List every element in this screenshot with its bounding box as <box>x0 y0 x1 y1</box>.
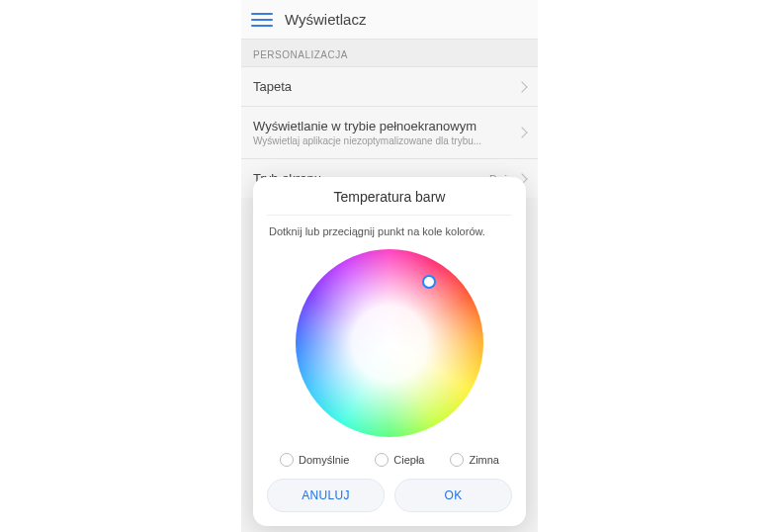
ok-button[interactable]: OK <box>394 479 512 512</box>
radio-label: Zimna <box>469 454 499 466</box>
dialog-instruction: Dotknij lub przeciągnij punkt na kole ko… <box>267 216 512 245</box>
radio-label: Ciepła <box>393 454 424 466</box>
color-wheel-container <box>267 245 512 447</box>
dialog-title: Temperatura barw <box>267 189 512 216</box>
radio-label: Domyślnie <box>299 454 349 466</box>
preset-radio-group: Domyślnie Ciepła Zimna <box>267 447 512 479</box>
radio-default[interactable]: Domyślnie <box>280 453 349 467</box>
radio-icon <box>450 453 464 467</box>
phone-frame: Wyświetlacz PERSONALIZACJA Tapeta Wyświe… <box>241 0 538 532</box>
radio-icon <box>280 453 294 467</box>
dialog-button-row: ANULUJ OK <box>267 479 512 512</box>
color-wheel-handle[interactable] <box>422 275 436 289</box>
radio-cold[interactable]: Zimna <box>450 453 499 467</box>
cancel-button[interactable]: ANULUJ <box>267 479 385 512</box>
radio-warm[interactable]: Ciepła <box>375 453 424 467</box>
radio-icon <box>375 453 389 467</box>
color-wheel[interactable] <box>296 249 483 437</box>
dialog-overlay: Temperatura barw Dotknij lub przeciągnij… <box>241 0 538 532</box>
color-temperature-dialog: Temperatura barw Dotknij lub przeciągnij… <box>253 177 526 526</box>
